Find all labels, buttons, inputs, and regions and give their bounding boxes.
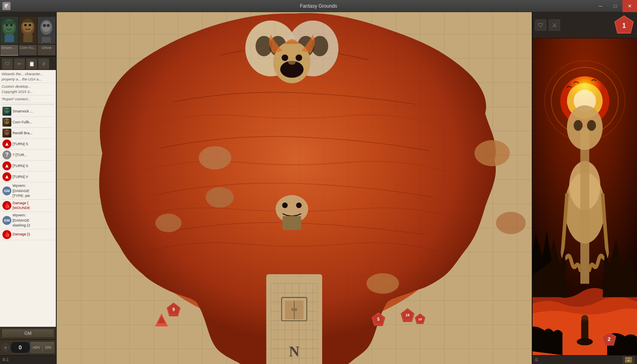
gm-badge-1: GM [2,186,11,195]
portrait-mini-rendil [2,129,11,138]
battle-map: 9 5 19 10 N [57,12,532,364]
svg-point-82 [587,120,596,131]
close-button[interactable]: ✕ [622,0,637,12]
right-bottom-bar: i1 [533,355,637,364]
maximize-button[interactable]: □ [608,0,622,12]
gm-badge-2: GM [2,216,11,225]
svg-point-23 [4,129,9,135]
svg-point-18 [5,109,6,110]
chat-msg-1: Wizards the... character... property a..… [2,72,54,83]
initiative-counter: 0 [10,341,30,353]
gm-section: GM [0,327,56,339]
svg-point-81 [573,120,582,131]
right-panel-toolbar: 🛡 ⚔ 1 [533,12,637,38]
svg-point-20 [4,119,9,124]
artwork-panel [533,38,637,355]
chat-log[interactable]: Wizards the... character... property a..… [0,70,56,327]
svg-point-10 [29,24,31,26]
gm-msg-1: GM Wyvern:[DAMAGE[TYPE: pie [2,182,54,200]
svg-rect-11 [23,35,32,42]
window-title: Fantasy Grounds [300,3,337,9]
tab-edit[interactable]: ✏ [14,58,25,70]
svg-point-16 [47,24,49,27]
char-sheet-tabs: 🛡 ✏ 📋 # [0,57,56,70]
svg-text:9: 9 [172,307,175,312]
svg-point-9 [24,24,27,26]
combat-name-corn: Corn Fullb... [13,120,53,125]
window-controls: ─ □ ✕ [593,0,637,12]
svg-text:1: 1 [622,22,626,29]
char-name-ghost: Ghost [38,45,55,51]
combat-turn-1: [TURN] S [2,139,54,150]
compass-north: N [289,343,299,360]
svg-point-14 [42,21,51,32]
combat-name-rendil: Rendil Bra... [13,131,53,136]
combat-turn-4: [TURN] V [2,171,54,182]
sword-icon-btn[interactable]: ⚔ [549,19,560,31]
map-svg [57,12,532,364]
combat-turn-2: ? ? [TUR... [2,150,54,161]
tab-notes[interactable]: 📋 [26,58,37,70]
svg-rect-79 [580,128,589,284]
char-tabs: Smarnock ... Corn Fu... [0,12,56,57]
settings-icon[interactable]: ⚙ [2,344,9,351]
portrait-mini-smarnock [2,107,11,116]
svg-point-22 [8,120,9,121]
left-panel: Smarnock ... Corn Fu... [0,12,57,364]
artwork-scene [533,38,637,355]
portrait-ghost [37,16,56,45]
damage-msg-1: 🩸 Damage [[WOUNDE [2,200,54,212]
right-status-left: i1 [535,358,538,362]
char-name-smarnock: Smarnock ... [0,45,18,51]
combat-corn: Corn Fullb... [2,117,54,128]
turn-icon-q: ? [2,150,11,159]
shield-icon-btn[interactable]: 🛡 [535,19,546,31]
svg-point-15 [43,24,46,27]
chest-icon-btn[interactable] [622,356,635,364]
main-die-button[interactable]: 1 [614,15,635,36]
svg-text:10: 10 [418,317,422,321]
char-name-corn: Corn Fu... [19,45,37,51]
svg-point-89 [628,360,629,361]
chat-msg-2: Custom desktop...Copyright 2015 S... [2,84,54,95]
title-bar: 🎲 Fantasy Grounds ─ □ ✕ [0,0,637,12]
blood-icon-1: 🩸 [2,201,11,210]
svg-rect-84 [581,320,588,342]
status-coord-left: A-1 [2,358,9,362]
svg-rect-5 [4,35,14,42]
adv-button[interactable]: ADV [30,342,42,353]
right-panel-die[interactable]: 2 [601,332,617,348]
turn-icon-1 [2,140,11,148]
combat-turn-3: [TURN] S [2,161,54,171]
custom-label: Custom desktop...Copyright 2015 S... [2,85,33,94]
gm-button[interactable]: GM [2,329,54,338]
turn-icon-4 [2,172,11,181]
svg-text:5: 5 [377,317,380,322]
tab-hash[interactable]: # [38,58,49,70]
svg-point-80 [567,105,603,150]
init-left: ⚙ 0 [2,341,30,353]
svg-point-21 [5,120,6,121]
svg-point-25 [8,131,9,132]
char-tab-ghost[interactable]: Ghost [37,15,56,56]
combat-rendil: Rendil Bra... [2,128,54,139]
char-tab-smarnock[interactable]: Smarnock ... [0,15,19,56]
turn-icon-3 [2,161,11,170]
portrait-corn [19,16,37,45]
minimize-button[interactable]: ─ [593,0,608,12]
char-tab-corn[interactable]: Corn Fu... [19,15,37,56]
svg-point-24 [5,131,6,132]
app-icon: 🎲 [2,2,11,10]
status-bar-left: A-1 [0,355,56,364]
svg-point-17 [4,108,9,113]
combat-smarnock: Smarnock ... [2,106,54,117]
damage-msg-2: 🩸 Damage [1 [2,229,54,240]
map-area[interactable]: 9 5 19 10 N [57,12,532,364]
dis-button[interactable]: DIS [42,342,55,353]
svg-point-19 [8,109,9,110]
initiative-row: ⚙ 0 ADV DIS [0,339,56,355]
gm-msg-2: GM Wyvern:[DAMAGEslashing (2 [2,212,54,229]
blood-icon-2: 🩸 [2,230,11,239]
tab-shield[interactable]: 🛡 [2,58,13,70]
combat-name-smarnock: Smarnock ... [13,109,53,114]
